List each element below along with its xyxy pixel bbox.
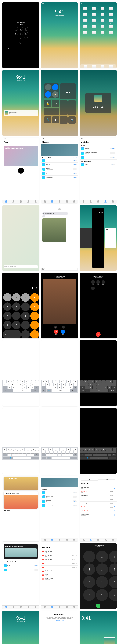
dial-7[interactable]: 7PQRS <box>83 576 95 588</box>
dial-2[interactable]: 2ABC <box>96 550 108 562</box>
reorder-icon[interactable]: ≡ <box>76 555 77 556</box>
key-Y[interactable]: Y <box>98 380 102 383</box>
key-H[interactable]: H <box>23 451 27 453</box>
key-O[interactable]: O <box>109 380 113 383</box>
message-input[interactable] <box>44 268 77 270</box>
keypad-3[interactable]: 3DEF <box>24 26 28 31</box>
key-O[interactable]: O <box>71 380 74 383</box>
app-settings[interactable]: Settings <box>107 7 115 12</box>
list-item[interactable]: Ramadan 2017: Prayer TimesVersion 1.5UPD… <box>80 151 117 155</box>
recent-row[interactable]: Mohamed Salahmobile9:41 AMi <box>80 486 117 490</box>
key-X[interactable]: X <box>50 386 54 389</box>
app-wallet[interactable]: Wallet <box>90 19 98 24</box>
key-W[interactable]: W <box>84 448 87 450</box>
list-item[interactable]: Threes! A tiny puzzle$1.99GET <box>41 490 78 495</box>
app-watch[interactable]: Watch <box>107 25 115 30</box>
recent-row[interactable]: −Mohamed Salahmobile9:41 AM≡ <box>41 550 78 554</box>
keypad-9[interactable]: 9WXYZ <box>24 37 28 41</box>
key-U[interactable]: U <box>63 448 67 450</box>
key-Y[interactable]: Y <box>21 448 24 450</box>
dnd-icon[interactable]: ☽ <box>52 100 59 107</box>
key-R[interactable]: R <box>91 448 95 450</box>
key-F[interactable]: F <box>92 451 96 453</box>
camera-icon[interactable]: 📷 <box>68 116 76 124</box>
update-button[interactable]: UPDATE <box>110 157 116 158</box>
key-L[interactable]: L <box>74 383 77 386</box>
key-R[interactable]: R <box>14 380 17 383</box>
key-P[interactable]: P <box>35 380 39 383</box>
info-icon[interactable]: i <box>114 491 116 492</box>
key-U[interactable]: U <box>24 380 28 383</box>
key-A[interactable]: A <box>42 451 45 453</box>
messenger-button[interactable]: messenger <box>91 286 95 291</box>
key-Z[interactable]: Z <box>46 386 50 389</box>
info-icon[interactable]: i <box>114 510 116 512</box>
shift-key[interactable]: ⇧ <box>80 454 85 456</box>
delete-icon[interactable]: − <box>42 555 44 556</box>
key-D[interactable]: D <box>11 383 15 386</box>
key-G[interactable]: G <box>19 383 23 386</box>
tab-today[interactable]: Today <box>80 200 87 203</box>
timer-icon[interactable]: ⏱ <box>52 116 59 123</box>
recent-row[interactable]: 011 8684 1648Egypt9:41 AMi <box>80 490 117 494</box>
calc-key-8[interactable]: 8 <box>12 302 20 311</box>
key-O[interactable]: O <box>109 448 113 450</box>
recent-row[interactable]: Ramy Riadmobile (3)Yesterdayi <box>80 506 117 509</box>
tab-recents[interactable]: Recents <box>48 606 56 608</box>
app-photos[interactable]: Photos <box>99 7 106 12</box>
recent-row[interactable]: +20 122 182 3701EgyptYesterdayi <box>80 509 117 513</box>
reorder-icon[interactable]: ≡ <box>76 574 77 576</box>
recent-row[interactable]: Mohamed Yehamobile9:41 AMi <box>80 494 117 498</box>
list-item[interactable]: FRAMED 2GamesGET <box>41 499 78 504</box>
return-key[interactable]: return <box>109 389 116 392</box>
mini-player[interactable]: Broukoun Hearty, VSCO ◀◀ ▶ ▶▶ <box>104 637 116 644</box>
shift-key[interactable]: ⇧ <box>42 386 46 389</box>
maps-search[interactable]: Search for a place or address <box>3 265 38 268</box>
calc-key-6[interactable]: 6 <box>21 312 30 320</box>
end-call-button[interactable]: ✕ <box>96 332 101 337</box>
list-item[interactable]: DayOne OPEN <box>80 162 117 167</box>
key-V[interactable]: V <box>96 386 100 389</box>
volume-slider[interactable] <box>68 100 76 116</box>
calc-key-0[interactable]: 0 <box>3 330 20 338</box>
shift-key[interactable]: ⇧ <box>80 386 85 389</box>
recent-row[interactable]: Habiba ElDrieny♥FaceTime AudioSaturdayi <box>80 513 117 517</box>
dial-star[interactable]: * <box>83 589 95 601</box>
keypad-1[interactable]: 1 <box>14 26 18 31</box>
key-L[interactable]: L <box>74 451 77 453</box>
key-B[interactable]: B <box>23 454 26 456</box>
key-D[interactable]: D <box>50 451 53 453</box>
calc-key-+[interactable]: + <box>30 321 39 330</box>
keypad-4[interactable]: 4GHI <box>14 32 18 36</box>
reorder-icon[interactable]: ≡ <box>76 570 77 572</box>
tab-apps[interactable]: Apps <box>56 200 63 203</box>
key-R[interactable]: R <box>52 448 56 450</box>
dock-music[interactable] <box>109 65 113 68</box>
return-key[interactable]: Search <box>70 457 77 459</box>
return-key[interactable]: return <box>70 389 77 392</box>
tab-keypad[interactable]: Keypad <box>63 606 71 608</box>
tab-favorites[interactable]: Favorites <box>41 606 48 608</box>
key-C[interactable]: C <box>54 386 57 389</box>
key-Z[interactable]: Z <box>85 454 89 456</box>
key-Q[interactable]: Q <box>42 380 45 383</box>
info-icon[interactable]: i <box>114 487 116 488</box>
app-facetime[interactable]: FaceTime <box>90 25 98 30</box>
emoji-key[interactable]: 🌐 <box>8 389 13 392</box>
wifi-icon[interactable]: ⌔ <box>52 84 58 90</box>
key-U[interactable]: U <box>102 448 105 450</box>
get-button[interactable]: GET <box>73 172 77 174</box>
calc-key-.[interactable]: . <box>21 330 30 338</box>
dial-0[interactable]: 0+ <box>96 589 108 601</box>
key-Q[interactable]: Q <box>3 380 6 383</box>
key-U[interactable]: U <box>102 380 105 383</box>
key-C[interactable]: C <box>15 386 19 389</box>
key-Y[interactable]: Y <box>98 448 102 450</box>
key-P[interactable]: P <box>35 448 39 450</box>
info-icon[interactable]: i <box>114 495 116 496</box>
delete-key[interactable]: ⌫ <box>73 454 77 456</box>
get-button[interactable]: GET <box>73 164 77 166</box>
key-J[interactable]: J <box>104 383 108 386</box>
update-button[interactable]: UPDATE <box>110 152 116 154</box>
num-key[interactable]: 123 <box>3 389 8 392</box>
